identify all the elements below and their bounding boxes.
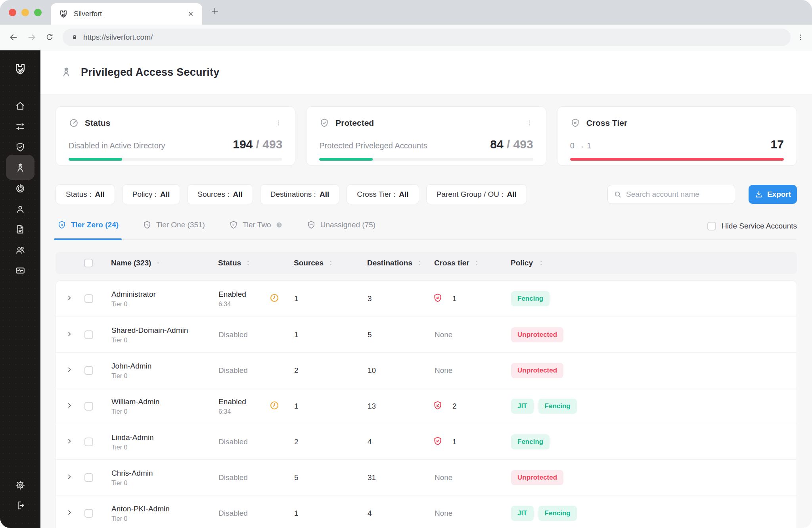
silverfort-logo [0,62,40,76]
window-control-minimize[interactable] [21,9,29,16]
row-checkbox[interactable] [84,366,93,375]
tab-tier-zero-24[interactable]: 0Tier Zero (24) [56,220,120,239]
table-row[interactable]: Linda-AdminTier 0Disabled241Fencing [56,424,797,459]
column-header-status[interactable]: Status [218,259,252,267]
column-header-policy[interactable]: Policy [511,259,545,267]
filter-chip-policy[interactable]: Policy :All [122,184,180,204]
shield-arrow-icon [433,293,443,303]
card-metrics: Protected Priveleged Accounts84 / 493 [319,138,533,151]
status-value: Disabled [218,366,248,375]
policy-badge-fencing: Fencing [511,291,550,306]
filter-chip-sources[interactable]: Sources :All [187,184,253,204]
hide-service-accounts-checkbox[interactable] [707,222,716,230]
kebab-icon[interactable] [274,119,282,127]
tab-tier-two[interactable]: 2Tier Two [227,220,284,239]
row-checkbox[interactable] [84,509,93,518]
row-expand-chevron[interactable] [65,437,73,447]
silverfort-shield-icon [59,9,68,19]
row-checkbox[interactable] [84,438,93,446]
card-progress-fill [319,158,373,161]
info-icon [276,221,283,228]
kebab-icon[interactable] [796,33,805,42]
user-crown-icon [15,162,26,173]
row-expand-chevron[interactable] [65,366,73,375]
plus-icon[interactable] [210,6,220,16]
sidebar-item-home[interactable] [0,100,40,111]
sidebar-item-users[interactable] [0,244,40,255]
tab-unassigned-75[interactable]: Unassigned (75) [305,220,377,239]
row-expand-chevron[interactable] [65,509,73,518]
column-header-cross-tier[interactable]: Cross tier [434,259,480,267]
sort-arrows-icon[interactable] [327,259,334,267]
row-expand-chevron[interactable] [65,401,73,411]
arrow-left-icon[interactable] [9,33,18,42]
filter-chip-status[interactable]: Status :All [56,184,115,204]
sidebar-item-activity[interactable] [0,265,40,276]
card-header: Status [69,118,282,128]
select-all-checkbox[interactable] [84,259,93,267]
table-row[interactable]: Chris-AdminTier 0Disabled531NoneUnprotec… [56,459,797,495]
status-value: Enabled [218,397,246,406]
reload-icon[interactable] [45,33,54,42]
row-checkbox[interactable] [84,330,93,339]
tab-label: Tier Two [243,221,271,229]
cross-tier-count: 1 [452,438,457,446]
filter-chip-destinations[interactable]: Destinations :All [260,184,339,204]
sidebar-item-sliders[interactable] [0,121,40,132]
silverfort-shield-icon [13,62,27,76]
table-row[interactable]: Shared-Domain-AdminTier 0Disabled15NoneU… [56,317,797,352]
filter-chip-value: All [95,190,104,199]
column-header-sources[interactable]: Sources [294,259,334,267]
status-value: Disabled [218,330,248,339]
sort-arrows-icon[interactable] [538,259,545,267]
column-header-destinations[interactable]: Destinations [367,259,423,267]
table-row[interactable]: William-AdminTier 0Enabled6:341132JITFen… [56,388,797,424]
status-value: Disabled [218,509,248,518]
sidebar-item-gear[interactable] [0,480,40,491]
caret-down-icon[interactable] [155,259,162,267]
filter-chip-value: All [233,190,243,199]
row-checkbox[interactable] [84,402,93,411]
sidebar-item-user[interactable] [0,204,40,215]
window-control-zoom[interactable] [34,9,42,16]
row-expand-chevron[interactable] [65,473,73,482]
row-expand-chevron[interactable] [65,294,73,303]
clock-icon [269,400,280,411]
window-control-close[interactable] [9,9,16,16]
sidebar-item-power[interactable] [0,183,40,194]
table-row[interactable]: Anton-PKI-AdminTier 0Disabled14NoneJITFe… [56,495,797,528]
tab-tier-one-351[interactable]: 1Tier One (351) [141,220,207,239]
column-header-label: Destinations [367,259,412,267]
sidebar-item-shield-check[interactable] [0,142,40,153]
url-bar[interactable]: https://silverfort.com/ [63,29,791,46]
filter-chip-label: Sources : [197,190,229,199]
sidebar-item-logout[interactable] [0,500,40,511]
sort-arrows-icon[interactable] [245,259,252,267]
window-controls [9,9,42,16]
row-checkbox[interactable] [84,473,93,482]
status-value: Enabled [218,290,246,299]
kebab-icon[interactable] [525,119,533,127]
card-progress-fill [69,158,122,161]
chevron-right-icon [65,437,73,445]
account-name: Linda-Admin [111,433,154,442]
close-icon[interactable] [187,10,194,17]
table-row[interactable]: AdministratorTier 0Enabled6:34131Fencing [56,281,797,317]
export-button[interactable]: Export [749,185,797,204]
search-input[interactable] [626,190,729,199]
sort-arrows-icon[interactable] [416,259,423,267]
row-checkbox[interactable] [84,294,93,303]
sidebar-item-document[interactable] [0,224,40,235]
table-row[interactable]: John-AdminTier 0Disabled210NoneUnprotect… [56,352,797,388]
account-tier: Tier 0 [111,372,151,379]
filter-chip-parent-group-ou[interactable]: Parent Group / OU :All [426,184,527,204]
row-expand-chevron[interactable] [65,330,73,340]
cross-tier-none: None [435,473,452,482]
column-header-name-323[interactable]: Name (323) [111,259,162,267]
sidebar-item-user-crown[interactable] [0,162,40,173]
browser-tab[interactable]: Silverfort [51,3,202,25]
sort-arrows-icon[interactable] [473,259,480,267]
filter-chip-cross-tier[interactable]: Cross Tier :All [347,184,419,204]
arrow-right-icon[interactable] [27,33,36,42]
card-progress-fill [570,158,784,161]
